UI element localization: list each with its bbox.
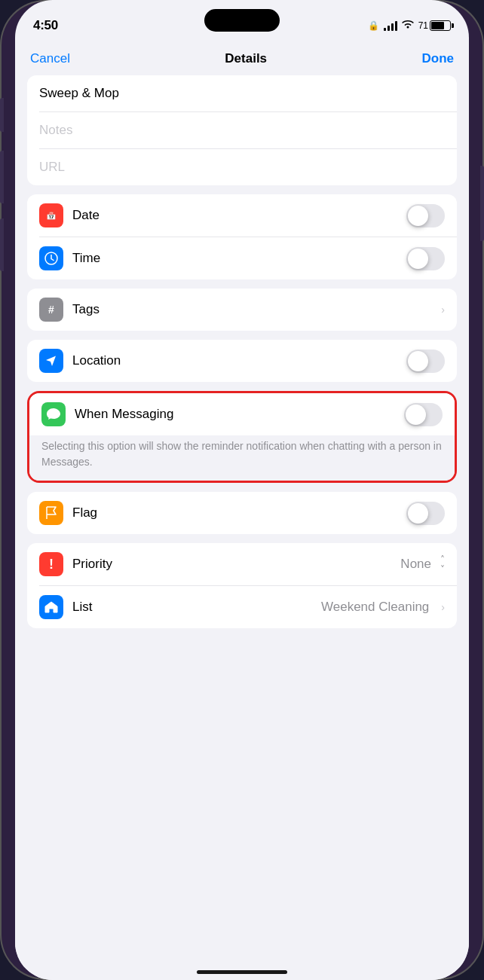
time-label: Time [72,251,397,266]
location-toggle-knob [408,351,428,371]
when-messaging-wrapper: When Messaging Selecting this option wil… [27,391,457,483]
status-time: 4:50 [33,18,58,33]
time-toggle[interactable] [406,247,445,270]
location-label: Location [72,353,397,368]
clock-svg [44,252,58,265]
flag-toggle[interactable] [406,502,445,525]
volume-down-button[interactable] [0,218,4,271]
flag-toggle-knob [408,503,428,524]
signal-bar-2 [388,26,390,31]
priority-value: None [400,557,431,572]
tags-icon: # [39,298,63,322]
done-button[interactable]: Done [421,51,454,66]
url-field[interactable]: URL [27,149,457,185]
tags-chevron-icon: › [441,304,445,316]
when-messaging-highlight: When Messaging Selecting this option wil… [27,391,457,483]
list-value: Weekend Cleaning [321,600,429,615]
battery-container: 71 [418,20,451,31]
bottom-spacer [27,637,457,667]
priority-updown-icon: ˄ ˅ [440,555,445,574]
location-row[interactable]: Location [27,340,457,382]
date-label: Date [72,208,397,223]
battery-percent: 71 [418,20,428,31]
flag-svg [45,506,57,520]
battery-fill [431,22,444,29]
battery-icon [430,20,451,31]
signal-bars [384,20,397,31]
date-toggle-knob [408,206,428,226]
date-time-section: 📅 Date Time [27,194,457,279]
home-svg [44,601,58,613]
when-messaging-toggle-knob [406,405,426,425]
date-icon: 📅 [39,203,63,227]
volume-up-button[interactable] [0,151,4,203]
location-toggle[interactable] [406,350,445,373]
messages-svg [47,408,60,420]
silent-button[interactable] [0,98,4,132]
flag-section: Flag [27,492,457,534]
flag-icon [39,501,63,525]
date-row[interactable]: 📅 Date [27,194,457,237]
location-svg [45,354,57,368]
dynamic-island [204,9,280,32]
location-section: Location [27,340,457,382]
priority-row[interactable]: ! Priority None ˄ ˅ [27,543,457,585]
flag-label: Flag [72,505,397,521]
status-icons: 🔒 71 [368,20,451,32]
nav-bar: Cancel Details Done [27,41,457,75]
flag-row[interactable]: Flag [27,492,457,534]
time-icon [39,246,63,270]
home-indicator[interactable] [197,970,287,974]
list-row[interactable]: List Weekend Cleaning › [27,586,457,628]
date-toggle[interactable] [406,204,445,227]
notes-field[interactable]: Notes [27,112,457,148]
screen-content: Cancel Details Done Sweep & Mop Notes UR… [15,41,469,980]
list-label: List [72,600,312,615]
when-messaging-label: When Messaging [75,407,395,422]
when-messaging-help-text: Selecting this option will show the remi… [29,435,455,481]
cancel-button[interactable]: Cancel [30,51,70,66]
time-row[interactable]: Time [27,237,457,279]
priority-label: Priority [72,557,391,572]
tags-label: Tags [72,302,429,317]
task-name-field[interactable]: Sweep & Mop [27,75,457,111]
power-button[interactable] [480,166,484,241]
time-toggle-knob [408,249,428,269]
location-icon [39,349,63,373]
priority-list-section: ! Priority None ˄ ˅ [27,543,457,628]
signal-bar-4 [395,21,397,31]
page-title: Details [225,51,267,66]
wifi-icon [402,20,414,32]
list-icon [39,595,63,619]
text-fields-section: Sweep & Mop Notes URL [27,75,457,185]
priority-icon: ! [39,552,63,576]
when-messaging-row[interactable]: When Messaging [29,393,455,435]
list-chevron-icon: › [441,601,445,613]
tags-row[interactable]: # Tags › [27,289,457,331]
signal-bar-3 [391,23,394,31]
when-messaging-icon [41,402,66,426]
phone-screen: 4:50 🔒 71 [15,0,469,980]
phone-frame: 4:50 🔒 71 [0,0,484,980]
tags-section: # Tags › [27,289,457,331]
signal-bar-1 [384,28,386,31]
when-messaging-toggle[interactable] [404,403,443,426]
lock-icon: 🔒 [368,20,379,31]
